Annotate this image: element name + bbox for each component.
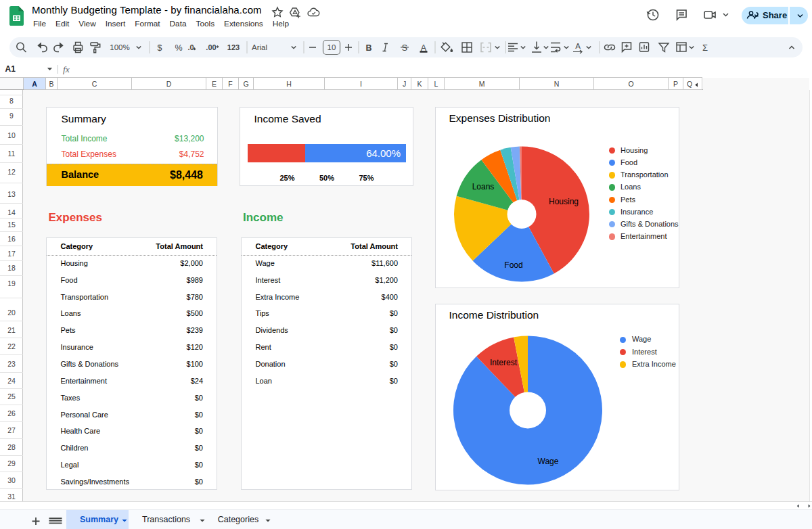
- svg-text:B: B: [365, 43, 371, 53]
- svg-text:123: 123: [227, 43, 240, 51]
- svg-text:100%: 100%: [110, 43, 129, 51]
- svg-text:S: S: [402, 43, 407, 53]
- svg-text:%: %: [175, 43, 182, 53]
- svg-text:A: A: [575, 42, 581, 50]
- svg-text:Σ: Σ: [702, 43, 708, 53]
- svg-text:Arial: Arial: [252, 43, 267, 51]
- svg-text:.0: .0: [187, 43, 194, 51]
- svg-text:.00: .00: [206, 43, 216, 51]
- svg-text:10: 10: [328, 43, 336, 51]
- svg-text:$: $: [158, 43, 162, 53]
